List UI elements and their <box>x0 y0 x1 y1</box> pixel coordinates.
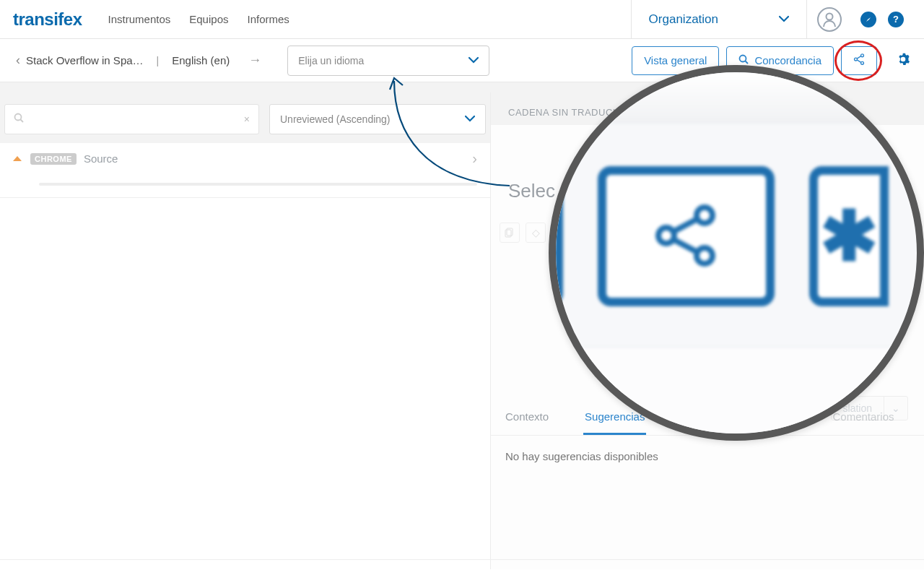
nav-teams[interactable]: Equipos <box>189 13 228 25</box>
zoom-tile-share <box>598 166 775 306</box>
share-button[interactable] <box>841 46 877 75</box>
logo[interactable]: transifex <box>13 9 82 30</box>
source-badge: CHROME <box>30 153 77 165</box>
language-placeholder: Elija un idioma <box>298 55 364 66</box>
search-input[interactable]: × <box>4 104 259 134</box>
copy-icon[interactable] <box>500 223 520 243</box>
organization-dropdown[interactable]: Organization <box>631 0 806 38</box>
chevron-down-icon: ⌄ <box>884 397 907 420</box>
chevron-right-icon: › <box>472 150 477 167</box>
avatar-cell[interactable] <box>806 0 852 38</box>
share-icon <box>853 53 866 68</box>
chevron-down-icon <box>465 114 475 124</box>
svg-line-8 <box>857 60 861 62</box>
footer <box>0 559 924 578</box>
svg-point-6 <box>861 61 864 64</box>
target-language-select[interactable]: Elija un idioma <box>287 46 489 76</box>
compass-icon[interactable] <box>860 12 876 27</box>
top-nav: transifex Instrumentos Equipos Informes … <box>0 0 924 39</box>
source-label: Source <box>84 152 118 165</box>
search-icon <box>14 113 24 126</box>
settings-button[interactable] <box>892 50 914 72</box>
gear-icon <box>896 52 910 69</box>
caret-up-icon <box>13 156 22 161</box>
svg-line-3 <box>746 61 749 64</box>
breadcrumb-source-lang[interactable]: English (en) <box>166 54 235 66</box>
svg-line-7 <box>857 56 861 59</box>
organization-label: Organization <box>649 12 718 27</box>
svg-point-14 <box>697 207 712 223</box>
share-icon <box>650 199 723 274</box>
breadcrumb-project: Stack Overflow in Spa… <box>26 54 144 66</box>
svg-line-17 <box>673 239 697 252</box>
svg-point-15 <box>697 248 712 264</box>
nav-instruments[interactable]: Instrumentos <box>108 13 171 25</box>
magnifier-annotation: ✱ <box>549 65 924 441</box>
chevron-left-icon: ‹ <box>16 53 20 68</box>
placeholder-icon[interactable]: ◇ <box>526 223 546 243</box>
svg-point-0 <box>827 13 833 20</box>
zoom-tile-right: ✱ <box>809 166 889 306</box>
svg-line-16 <box>673 219 697 232</box>
svg-point-5 <box>861 54 864 57</box>
svg-point-2 <box>740 56 746 62</box>
strings-panel: × Unreviewed (Ascending) CHROME Source › <box>0 92 491 569</box>
help-icon[interactable]: ? <box>888 12 904 27</box>
tab-contexto[interactable]: Contexto <box>504 400 550 435</box>
svg-line-10 <box>21 120 24 123</box>
sort-dropdown[interactable]: Unreviewed (Ascending) <box>269 104 486 134</box>
progress-bar <box>39 183 477 186</box>
arrow-right-icon: → <box>248 53 261 68</box>
breadcrumb-back[interactable]: ‹ Stack Overflow in Spa… <box>10 53 149 68</box>
breadcrumb-separator: | <box>157 55 160 66</box>
string-row[interactable]: CHROME Source › <box>0 143 490 198</box>
chevron-down-icon <box>468 56 479 66</box>
avatar <box>817 7 842 32</box>
clear-icon[interactable]: × <box>244 113 250 125</box>
nav-reports[interactable]: Informes <box>247 13 289 25</box>
chevron-down-icon <box>779 14 789 25</box>
gear-icon: ✱ <box>820 196 878 277</box>
svg-point-9 <box>15 114 22 121</box>
suggestions-empty: No hay sugerencias disponibles <box>491 436 924 477</box>
sort-label: Unreviewed (Ascending) <box>280 113 391 125</box>
